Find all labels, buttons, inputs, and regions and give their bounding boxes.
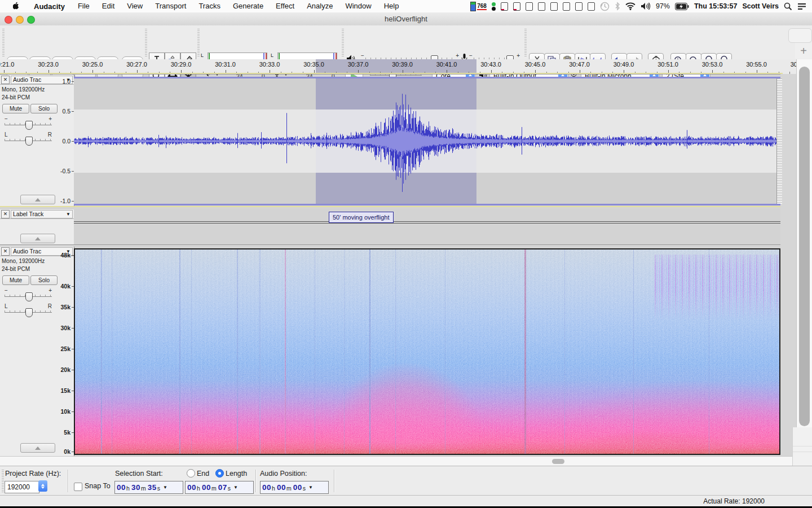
timeline-ruler[interactable]: 30:21.030:23.030:25.030:27.030:29.030:31… [0, 59, 812, 75]
freq-ruler-label: 15k [60, 387, 70, 394]
track2-pan-thumb[interactable] [25, 308, 33, 317]
chevron-down-icon[interactable]: ▼ [233, 485, 238, 490]
track1-solo-button[interactable]: Solo [30, 104, 58, 113]
menu-window[interactable]: Window [339, 0, 377, 12]
input-menu-icon[interactable] [550, 2, 558, 11]
notification-center-icon[interactable] [797, 3, 806, 10]
track1-format: 24-bit PCM [2, 94, 30, 100]
track1-info: Mono, 192000Hz [2, 86, 45, 93]
track1-gain-thumb[interactable] [25, 121, 33, 130]
window-title-bar[interactable]: heliOverflight [0, 12, 812, 26]
audio-position-label: Audio Position: [260, 470, 307, 478]
menu-file[interactable]: File [72, 0, 96, 12]
track2-solo-button[interactable]: Solo [30, 275, 58, 285]
toolbar-grip[interactable] [145, 28, 147, 56]
selection-start-field[interactable]: 00h 30m 35s ▼ [114, 481, 183, 494]
toolbar-grip[interactable] [342, 28, 344, 56]
spotlight-icon[interactable] [784, 2, 792, 11]
input-menu-icon[interactable] [538, 2, 545, 11]
track1-gain-slider[interactable]: − + [5, 118, 52, 127]
toolbar-dock: L R -24 0 L R [0, 25, 812, 60]
menu-transport[interactable]: Transport [149, 0, 192, 12]
end-radio[interactable] [187, 469, 195, 478]
audio-position-field[interactable]: 00h 00m 00s ▼ [260, 481, 329, 494]
wifi-icon[interactable] [625, 2, 636, 10]
amp-ruler-label: 0.0 [62, 138, 70, 144]
timeline-label: 30:55.0 [743, 61, 770, 68]
menu-app-name[interactable]: Audacity [27, 2, 72, 11]
menubar-clock[interactable]: Thu 15:53:57 [694, 2, 737, 10]
label-track-area[interactable]: 50' moving overflight [74, 209, 780, 245]
track2-pan-slider[interactable]: L R [5, 305, 52, 314]
status-dots-icon[interactable] [492, 2, 496, 11]
label-flag[interactable]: 50' moving overflight [329, 212, 394, 223]
widget-label: 768 [477, 3, 487, 10]
meter-left-label: L [201, 52, 204, 58]
bluetooth-icon[interactable] [615, 2, 620, 11]
track2-close-button[interactable]: ✕ [1, 247, 10, 256]
track2-mute-button[interactable]: Mute [2, 275, 29, 285]
chevron-down-icon[interactable]: ▼ [163, 485, 167, 490]
vertical-scrollbar-thumb[interactable] [799, 67, 810, 426]
track2-gain-thumb[interactable] [25, 292, 33, 301]
timeline-label: 30:45.0 [522, 61, 549, 68]
selection-length-field[interactable]: 00h 00m 07s ▼ [185, 481, 254, 494]
menu-analyze[interactable]: Analyze [301, 0, 339, 12]
freq-ruler-label: 25k [60, 345, 70, 352]
input-menu-icon[interactable] [563, 2, 570, 11]
apple-menu-icon[interactable] [7, 2, 27, 11]
track2-spectrogram[interactable] [74, 248, 780, 455]
input-menu-icon[interactable] [513, 2, 520, 11]
track1-mute-button[interactable]: Mute [2, 104, 29, 113]
toolbar-grip[interactable] [2, 28, 5, 56]
battery-icon[interactable] [675, 3, 689, 10]
track1-control-panel[interactable]: ✕ Audio Trac ▼ Mono, 192000Hz 24-bit PCM… [0, 75, 74, 207]
track2-collapse-button[interactable] [20, 443, 55, 453]
horizontal-scrollbar-thumb[interactable] [552, 459, 564, 464]
chevron-down-icon[interactable]: ▼ [308, 485, 313, 490]
input-menu-icon[interactable] [526, 2, 533, 11]
snap-to-checkbox[interactable] [74, 483, 82, 491]
menu-view[interactable]: View [121, 0, 149, 12]
toolbar-grip[interactable] [524, 28, 527, 56]
input-menu-icon[interactable] [501, 2, 508, 11]
track1-close-button[interactable]: ✕ [1, 76, 10, 84]
plus-button[interactable]: + [795, 43, 812, 59]
menu-tracks[interactable]: Tracks [192, 0, 227, 12]
label-track-name-menu[interactable]: Label Track ▼ [11, 210, 73, 218]
timeline-label: 30:53.0 [699, 61, 726, 68]
volume-icon[interactable] [641, 2, 651, 10]
toolbar-grip[interactable] [2, 470, 4, 492]
menubar-user[interactable]: Scott Veirs [742, 2, 779, 10]
project-rate-input[interactable]: 192000 [5, 481, 39, 493]
menubar-widget-768[interactable]: 768 [470, 2, 487, 11]
track2-control-panel[interactable]: ✕ Audio Trac ▼ Mono, 192000Hz 24-bit PCM… [0, 247, 74, 457]
input-menu-icon[interactable] [588, 2, 595, 11]
track2-gain-slider[interactable]: − + [5, 290, 52, 299]
menu-generate[interactable]: Generate [227, 0, 270, 12]
track1-pan-slider[interactable]: L R [5, 134, 52, 143]
track1-collapse-button[interactable] [20, 195, 55, 204]
menu-help[interactable]: Help [378, 0, 405, 12]
menu-edit[interactable]: Edit [96, 0, 121, 12]
track2-info: Mono, 192000Hz [2, 258, 45, 264]
input-menu-icon[interactable] [575, 2, 582, 11]
time-machine-icon[interactable] [600, 2, 610, 11]
menu-effect[interactable]: Effect [270, 0, 301, 12]
label-track-close-button[interactable]: ✕ [1, 210, 10, 218]
slider-plus-label: + [517, 52, 520, 59]
length-radio[interactable] [215, 469, 224, 478]
project-rate-label: Project Rate (Hz): [5, 470, 61, 478]
vertical-scrollbar[interactable] [796, 59, 812, 456]
label-track-collapse-button[interactable] [20, 234, 55, 243]
horizontal-scrollbar[interactable] [0, 456, 796, 466]
amp-ruler-label: -0.5 [60, 168, 70, 174]
separator [334, 470, 335, 492]
timeline-label: 30:41.0 [433, 61, 460, 68]
label-track-control-panel[interactable]: ✕ Label Track ▼ [0, 209, 74, 245]
project-rate-stepper[interactable] [38, 480, 47, 492]
gain-min-label: − [5, 116, 8, 122]
timeline-label: 30:47.0 [566, 61, 593, 68]
track1-waveform[interactable] [74, 77, 780, 205]
track1-pan-thumb[interactable] [25, 137, 33, 146]
